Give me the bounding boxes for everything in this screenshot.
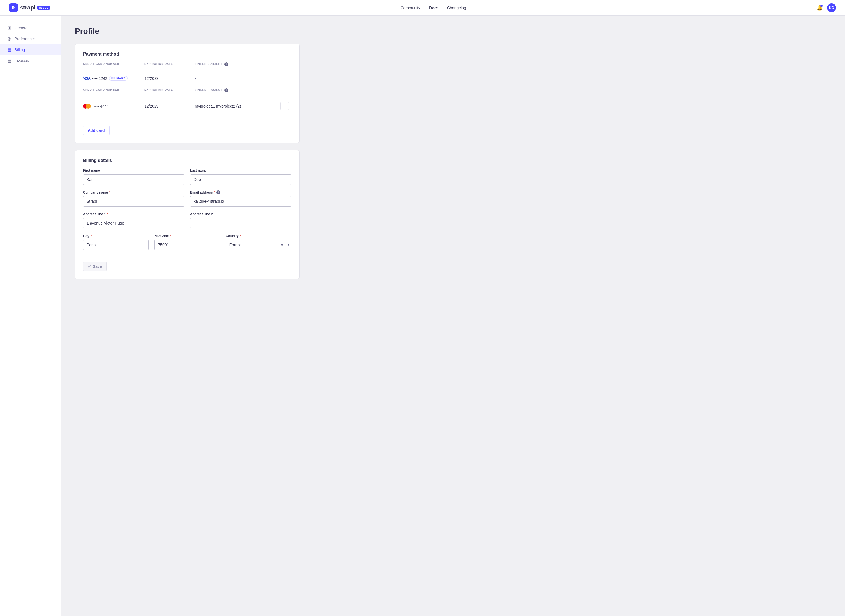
- email-required: *: [214, 191, 215, 194]
- sidebar-item-label-general: General: [15, 26, 28, 30]
- nav-changelog[interactable]: Changelog: [447, 6, 466, 10]
- main-content: Profile Payment method CREDIT CARD NUMBE…: [62, 16, 313, 616]
- company-email-row: Company name * Email address * i: [83, 191, 291, 207]
- header: strapi CLOUD Community Docs Changelog 🔔 …: [0, 0, 845, 16]
- city-group: City *: [83, 234, 148, 250]
- sidebar-item-billing[interactable]: ▤ Billing: [0, 44, 61, 55]
- city-zip-country-row: City * ZIP Code * Country *: [83, 234, 291, 250]
- card-number-mc: •••• 4444: [83, 104, 144, 109]
- email-group: Email address * i: [190, 191, 291, 207]
- linked-project-info-icon-1[interactable]: i: [224, 62, 228, 66]
- header-actions: 🔔 KD: [817, 3, 836, 12]
- general-icon: ⊞: [7, 25, 12, 31]
- mastercard-icon: [83, 104, 91, 109]
- billing-details-title: Billing details: [83, 158, 291, 163]
- sidebar-item-label-billing: Billing: [15, 47, 25, 52]
- company-required: *: [109, 191, 110, 194]
- col-label-expiry-1: EXPIRATION DATE: [144, 62, 195, 66]
- notifications-button[interactable]: 🔔: [817, 5, 823, 11]
- last-name-input[interactable]: [190, 174, 291, 185]
- zip-input[interactable]: [154, 240, 220, 250]
- city-required: *: [91, 234, 92, 238]
- addr1-required: *: [107, 212, 109, 216]
- company-name-input[interactable]: [83, 196, 184, 207]
- name-row: First name Last name: [83, 169, 291, 185]
- linked-mc: myproject1, myproject2 (2): [195, 104, 280, 109]
- card-row-1: VISA •••• 4242 PRIMARY 12/2029 -: [83, 72, 291, 85]
- nav-community[interactable]: Community: [400, 6, 420, 10]
- country-clear-button[interactable]: ✕: [280, 243, 284, 247]
- invoices-icon: ▤: [7, 58, 12, 63]
- city-label: City *: [83, 234, 148, 238]
- country-required: *: [240, 234, 241, 238]
- col-label-linked-2: LINKED PROJECT i: [195, 88, 280, 92]
- page-title: Profile: [75, 27, 300, 36]
- linked-project-info-icon-2[interactable]: i: [224, 88, 228, 92]
- email-info-icon[interactable]: i: [216, 191, 220, 194]
- layout: ⊞ General ◎ Preferences ▤ Billing ▤ Invo…: [0, 16, 845, 616]
- zip-required: *: [170, 234, 171, 238]
- expiry-mc: 12/2029: [144, 104, 195, 109]
- billing-icon: ▤: [7, 47, 12, 52]
- save-button[interactable]: ✓ Save: [83, 262, 107, 271]
- address-line2-label: Address line 2: [190, 212, 291, 216]
- main-nav: Community Docs Changelog: [400, 6, 466, 10]
- sidebar-item-preferences[interactable]: ◎ Preferences: [0, 33, 61, 44]
- logo-icon: [9, 3, 18, 12]
- billing-divider: [83, 256, 291, 256]
- linked-visa: -: [195, 76, 280, 81]
- card-options-button[interactable]: ···: [280, 102, 289, 110]
- first-name-input[interactable]: [83, 174, 184, 185]
- cloud-badge: CLOUD: [37, 6, 50, 10]
- zip-label: ZIP Code *: [154, 234, 220, 238]
- expiry-visa: 12/2029: [144, 76, 195, 81]
- country-label: Country *: [226, 234, 291, 238]
- address-row: Address line 1 * Address line 2: [83, 212, 291, 229]
- visa-logo: VISA: [83, 76, 90, 81]
- sidebar-item-label-preferences: Preferences: [15, 37, 35, 41]
- last-name-group: Last name: [190, 169, 291, 185]
- sidebar: ⊞ General ◎ Preferences ▤ Billing ▤ Invo…: [0, 16, 62, 616]
- logo-text: strapi: [20, 4, 35, 11]
- payment-header: CREDIT CARD NUMBER EXPIRATION DATE LINKE…: [83, 62, 291, 71]
- first-name-group: First name: [83, 169, 184, 185]
- preferences-icon: ◎: [7, 36, 12, 41]
- sidebar-item-invoices[interactable]: ▤ Invoices: [0, 55, 61, 66]
- address-line2-input[interactable]: [190, 218, 291, 229]
- address-line2-group: Address line 2: [190, 212, 291, 229]
- last-name-label: Last name: [190, 169, 291, 173]
- save-check-icon: ✓: [88, 264, 91, 268]
- address-line1-input[interactable]: [83, 218, 184, 229]
- email-label: Email address * i: [190, 191, 291, 194]
- payment-divider: [83, 120, 291, 120]
- sidebar-item-general[interactable]: ⊞ General: [0, 22, 61, 33]
- company-name-group: Company name *: [83, 191, 184, 207]
- card-number-visa: VISA •••• 4242 PRIMARY: [83, 76, 144, 81]
- company-name-label: Company name *: [83, 191, 184, 194]
- col-label-card-number-1: CREDIT CARD NUMBER: [83, 62, 144, 66]
- nav-docs[interactable]: Docs: [429, 6, 438, 10]
- col-label-card-number-2: CREDIT CARD NUMBER: [83, 88, 144, 92]
- address-line1-group: Address line 1 *: [83, 212, 184, 229]
- avatar[interactable]: KD: [827, 3, 836, 12]
- country-input-wrap: ✕ ▾: [226, 240, 291, 250]
- country-group: Country * ✕ ▾: [226, 234, 291, 250]
- city-input[interactable]: [83, 240, 148, 250]
- billing-details-card: Billing details First name Last name Com…: [75, 150, 300, 279]
- add-card-button[interactable]: Add card: [83, 126, 110, 135]
- email-input[interactable]: [190, 196, 291, 207]
- zip-group: ZIP Code *: [154, 234, 220, 250]
- primary-badge: PRIMARY: [109, 76, 128, 81]
- card-row-2: •••• 4444 12/2029 myproject1, myproject2…: [83, 98, 291, 114]
- logo: strapi CLOUD: [9, 3, 50, 12]
- payment-method-card: Payment method CREDIT CARD NUMBER EXPIRA…: [75, 44, 300, 143]
- sidebar-item-label-invoices: Invoices: [15, 59, 29, 63]
- notification-dot: [820, 5, 823, 7]
- payment-header-2: CREDIT CARD NUMBER EXPIRATION DATE LINKE…: [83, 88, 291, 97]
- col-label-linked-1: LINKED PROJECT i: [195, 62, 280, 66]
- address-line1-label: Address line 1 *: [83, 212, 184, 216]
- payment-method-title: Payment method: [83, 52, 291, 57]
- first-name-label: First name: [83, 169, 184, 173]
- col-label-expiry-2: EXPIRATION DATE: [144, 88, 195, 92]
